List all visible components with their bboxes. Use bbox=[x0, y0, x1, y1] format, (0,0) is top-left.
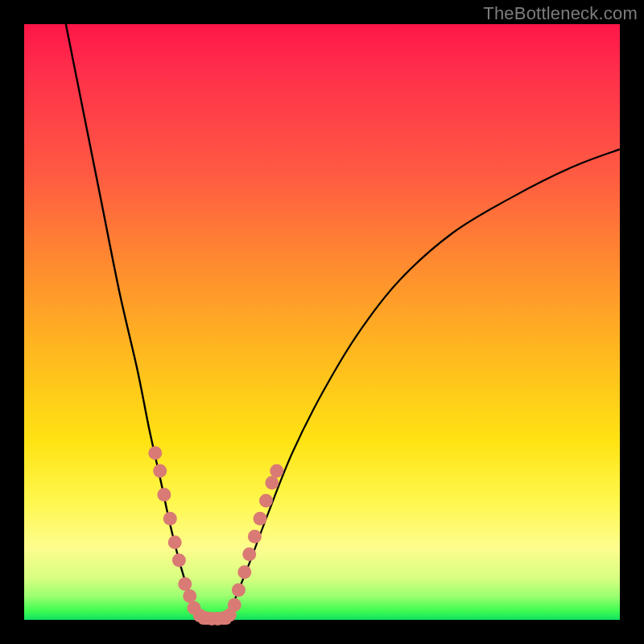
marker-dot bbox=[270, 464, 283, 478]
chart-frame: TheBottleneck.com bbox=[0, 0, 644, 644]
marker-dot bbox=[254, 512, 267, 526]
marker-dot bbox=[148, 446, 162, 460]
marker-dot bbox=[232, 584, 246, 597]
marker-dot bbox=[248, 530, 262, 543]
marker-dot bbox=[153, 464, 167, 478]
marker-dot bbox=[242, 547, 256, 561]
marker-dot bbox=[228, 598, 242, 612]
marker-dot bbox=[168, 535, 182, 549]
marker-group bbox=[148, 446, 283, 625]
curve-right bbox=[227, 149, 620, 620]
curve-layer bbox=[24, 24, 620, 620]
marker-dot bbox=[163, 512, 177, 526]
marker-dot bbox=[259, 494, 273, 508]
marker-dot bbox=[178, 577, 192, 591]
marker-dot bbox=[183, 589, 196, 603]
curve-left bbox=[66, 24, 203, 620]
marker-dot bbox=[172, 554, 186, 568]
watermark-label: TheBottleneck.com bbox=[483, 3, 638, 24]
marker-dot bbox=[265, 476, 279, 489]
marker-dot bbox=[157, 488, 171, 502]
marker-dot bbox=[237, 565, 251, 579]
plot-area bbox=[24, 24, 620, 620]
